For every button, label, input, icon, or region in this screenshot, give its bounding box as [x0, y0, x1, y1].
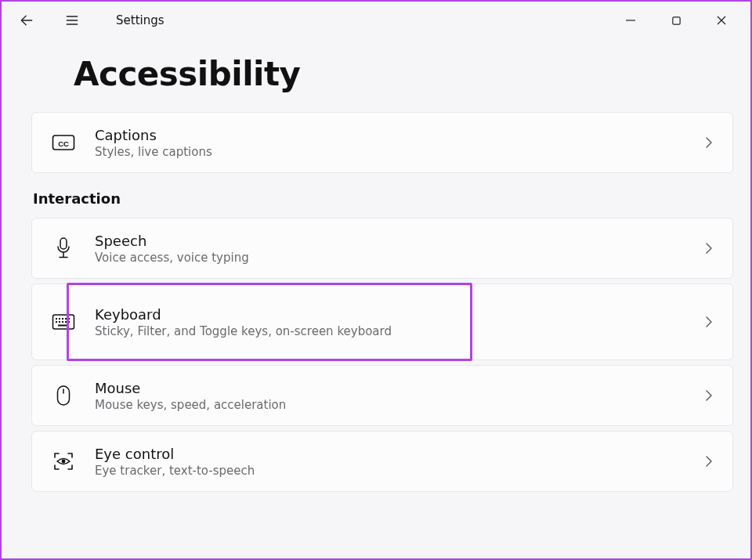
maximize-button[interactable]	[653, 3, 699, 38]
app-title: Settings	[116, 13, 164, 27]
chevron-right-icon	[700, 313, 718, 331]
captions-row[interactable]: CC Captions Styles, live captions	[31, 112, 733, 173]
eye-control-sub: Eye tracker, text-to-speech	[95, 464, 255, 478]
chevron-right-icon	[700, 386, 718, 405]
menu-button[interactable]	[60, 8, 85, 33]
mouse-icon	[49, 381, 78, 410]
svg-rect-24	[58, 325, 69, 327]
captions-title: Captions	[95, 127, 212, 143]
captions-sub: Styles, live captions	[95, 145, 212, 159]
settings-window: Settings Accessibility CC	[0, 0, 752, 560]
close-button[interactable]	[699, 3, 744, 38]
speech-row[interactable]: Speech Voice access, voice typing	[31, 218, 733, 279]
hamburger-icon	[64, 13, 80, 28]
svg-rect-22	[65, 321, 67, 323]
svg-rect-10	[60, 238, 67, 249]
interaction-section-label: Interaction	[33, 190, 733, 207]
svg-rect-19	[56, 321, 57, 323]
svg-rect-20	[59, 321, 60, 323]
captions-icon: CC	[49, 128, 78, 157]
svg-rect-18	[68, 318, 70, 320]
svg-rect-17	[65, 318, 67, 320]
speech-sub: Voice access, voice typing	[95, 251, 249, 265]
nav-controls: Settings	[14, 8, 164, 33]
chevron-right-icon	[700, 452, 718, 471]
keyboard-title: Keyboard	[95, 306, 392, 323]
chevron-right-icon	[700, 133, 718, 152]
mouse-title: Mouse	[95, 380, 286, 396]
content-area: Accessibility CC Captions Styles, live c…	[2, 39, 750, 492]
eye-control-title: Eye control	[95, 446, 255, 462]
eye-control-icon	[49, 447, 78, 475]
mouse-sub: Mouse keys, speed, acceleration	[95, 398, 286, 412]
speech-title: Speech	[95, 233, 249, 249]
svg-rect-15	[59, 318, 60, 320]
back-button[interactable]	[14, 8, 39, 33]
minimize-button[interactable]	[608, 3, 653, 38]
svg-rect-16	[62, 318, 63, 320]
mouse-row[interactable]: Mouse Mouse keys, speed, acceleration	[31, 365, 733, 426]
keyboard-row[interactable]: Keyboard Sticky, Filter, and Toggle keys…	[31, 284, 733, 360]
minimize-icon	[625, 15, 636, 26]
svg-rect-5	[672, 16, 679, 23]
svg-text:CC: CC	[58, 139, 69, 148]
microphone-icon	[49, 234, 78, 262]
eye-control-row[interactable]: Eye control Eye tracker, text-to-speech	[31, 431, 733, 492]
keyboard-sub: Sticky, Filter, and Toggle keys, on-scre…	[95, 324, 392, 338]
window-controls	[608, 3, 744, 38]
close-icon	[716, 15, 727, 26]
svg-rect-14	[56, 318, 57, 320]
svg-point-27	[62, 460, 66, 464]
chevron-right-icon	[700, 239, 718, 258]
title-bar: Settings	[2, 2, 750, 39]
keyboard-icon	[49, 308, 78, 336]
maximize-icon	[671, 16, 682, 26]
back-arrow-icon	[19, 13, 34, 28]
svg-rect-23	[68, 321, 70, 323]
svg-rect-21	[62, 321, 63, 323]
page-title: Accessibility	[74, 55, 733, 93]
